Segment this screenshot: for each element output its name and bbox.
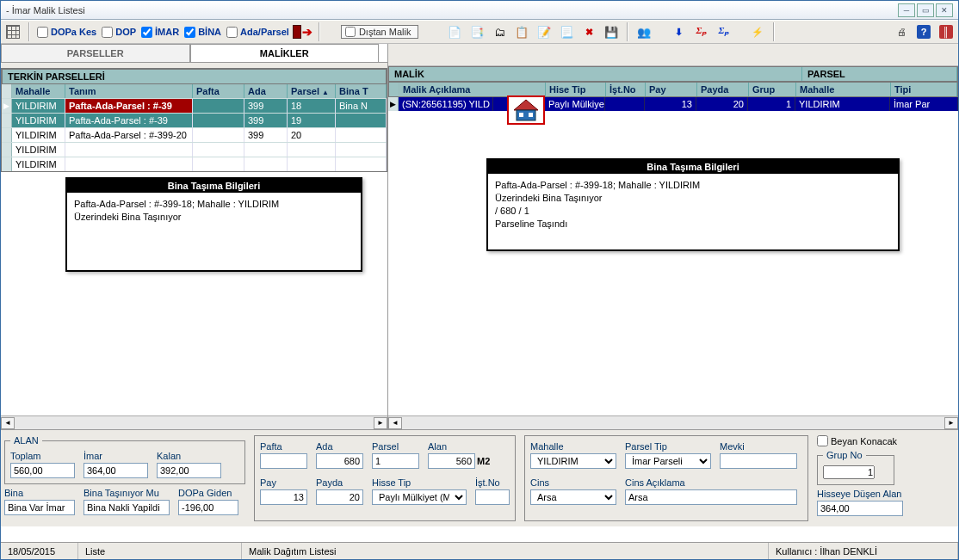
chk-dop[interactable]: DOP [102,27,136,38]
tool-icon-4[interactable]: 📋 [513,23,530,40]
table-row[interactable]: YILDIRIM [2,142,387,157]
print-icon[interactable]: 🖨 [893,23,910,40]
down-arrow-icon[interactable]: ⬇ [670,23,687,40]
input-ada[interactable] [316,453,363,469]
table-row[interactable]: YILDIRIM [2,157,387,171]
input-toplam[interactable] [10,463,75,478]
col-ada[interactable]: Ada [244,84,288,98]
right-section-header: MALİK PARSEL [388,66,958,82]
status-bar: 18/05/2015 Liste Malik Dağıtım Listesi K… [1,542,958,559]
input-binatas[interactable] [84,500,170,515]
table-row[interactable]: ▶YILDIRIMPafta-Ada-Parsel : #-3939918Bin… [2,98,387,113]
scroll-left-icon[interactable]: ◄ [388,417,402,429]
input-grup[interactable] [823,465,875,479]
label-mahalle: Mahalle [530,441,616,452]
input-kalan[interactable] [157,463,221,478]
minimize-button[interactable]: ─ [898,3,915,17]
titlebar: - İmar Malik Listesi ─ ▭ ✕ [1,1,958,20]
tool-icon-1[interactable]: 📄 [446,23,463,40]
tool-icon-2[interactable]: 📑 [468,23,486,40]
input-bina[interactable] [4,500,75,515]
chk-bina[interactable]: BİNA [184,27,221,38]
rcol-payda[interactable]: Payda [697,83,749,96]
input-parsel[interactable] [372,453,419,469]
table-row[interactable]: YILDIRIMPafta-Ada-Parsel : #-3939919 [2,113,387,127]
label-pafta: Pafta [260,441,307,452]
tool-icon-6[interactable]: 📃 [558,23,575,40]
chk-adaparsel[interactable]: Ada/Parsel [226,27,289,38]
rcol-ist-no[interactable]: İşt.No [606,83,646,96]
right-grid-row[interactable]: ▶ (SN:26561195) YILD esi 3 Paylı Mülkiye… [388,97,958,111]
input-mevki[interactable] [720,453,797,469]
scroll-left-icon[interactable]: ◄ [1,417,15,429]
select-hissetip[interactable]: Paylı Mülkiyet (Mü [372,489,467,505]
label-hisseye: Hisseye Düşen Alan [817,489,955,499]
chk-imar[interactable]: İMAR [141,27,179,38]
stop-icon[interactable]: ║ [937,23,955,40]
col-mahalle[interactable]: Mahalle [12,84,65,98]
select-parseltip[interactable]: İmar Parseli [625,453,711,469]
label-ada: Ada [316,441,363,452]
left-tabs: PARSELLER MALİKLER [1,44,387,63]
chk-dopakes[interactable]: DOPa Kes [37,27,96,38]
input-pay[interactable] [260,489,307,505]
tooltip-line: Pafta-Ada-Parsel : #-399-18; Mahalle : Y… [495,179,891,192]
maximize-button[interactable]: ▭ [917,3,934,17]
tooltip-title: Bina Taşıma Bilgileri [488,160,898,174]
close-button[interactable]: ✕ [936,3,953,17]
legend-alan: ALAN [10,435,42,446]
select-cins[interactable]: Arsa [530,489,616,505]
lightning-icon[interactable]: ⚡ [749,23,766,40]
col-pafta[interactable]: Pafta [193,84,244,98]
exit-icon[interactable]: ➔ [294,23,312,40]
sigma-blue-icon[interactable]: ΣP [715,23,732,40]
tool-icon-5[interactable]: 📝 [535,23,553,40]
input-istno[interactable] [475,489,510,505]
toolbar: DOPa Kes DOP İMAR BİNA Ada/Parsel ➔ Dışt… [1,20,958,44]
rcell-pay: 13 [645,97,696,111]
left-hscroll[interactable]: ◄ ► [1,415,387,429]
col-tanim[interactable]: Tanım [65,84,193,98]
window-controls: ─ ▭ ✕ [898,3,953,17]
save-icon[interactable]: 💾 [603,23,620,40]
label-mevki: Mevki [720,441,797,452]
user-icon[interactable]: 👥 [635,23,653,40]
select-mahalle[interactable]: YILDIRIM [530,453,616,469]
tool-icon-3[interactable]: 🗂 [491,23,508,40]
input-payda[interactable] [316,489,363,505]
sigma-red-icon[interactable]: ΣP [692,23,709,40]
status-user: Kullanıcı : İlhan DENKLİ [769,543,958,559]
table-row[interactable]: YILDIRIMPafta-Ada-Parsel : #-399-2039920 [2,127,387,142]
rcol-grup[interactable]: Grup [749,83,796,96]
scroll-right-icon[interactable]: ► [374,417,387,429]
col-binat[interactable]: Bina T [336,84,387,98]
input-dopagiden[interactable] [178,500,238,515]
tab-parseller[interactable]: PARSELLER [1,44,190,63]
rcol-hise-tip[interactable]: Hise Tip [546,83,606,96]
input-hisseye[interactable] [817,501,903,516]
label-kalan: Kalan [157,451,221,461]
col-parsel[interactable]: Parsel ▲ [288,84,336,98]
input-alan[interactable] [428,453,475,469]
house-drag-icon[interactable] [507,95,545,125]
input-imar[interactable] [84,463,148,478]
rcol-pay[interactable]: Pay [646,83,697,96]
tab-malikler[interactable]: MALİKLER [190,44,380,63]
grid-view-icon[interactable] [4,23,22,40]
chk-beyan[interactable]: Beyan Konacak [817,435,955,446]
left-grid-header: Mahalle Tanım Pafta Ada Parsel ▲ Bina T [2,84,387,98]
tooltip-line: Üzerindeki Bina Taşınıyor [74,211,354,224]
distan-malik-button[interactable]: Dıştan Malik [341,25,419,39]
svg-rect-2 [519,113,523,117]
scroll-right-icon[interactable]: ► [944,417,958,429]
status-mid: Malik Dağıtım Listesi [242,543,769,559]
rcol-tipi[interactable]: Tipi [891,83,957,96]
right-hscroll[interactable]: ◄ ► [388,415,958,429]
input-pafta[interactable] [260,453,307,469]
help-icon[interactable]: ? [915,23,932,40]
rcol-mahalle[interactable]: Mahalle [796,83,891,96]
rcol-malik-aciklama[interactable]: Malik Açıklama [399,83,546,96]
input-cinsacik[interactable] [625,489,797,505]
section-malik: MALİK [389,67,802,81]
delete-icon[interactable]: ✖ [580,23,597,40]
